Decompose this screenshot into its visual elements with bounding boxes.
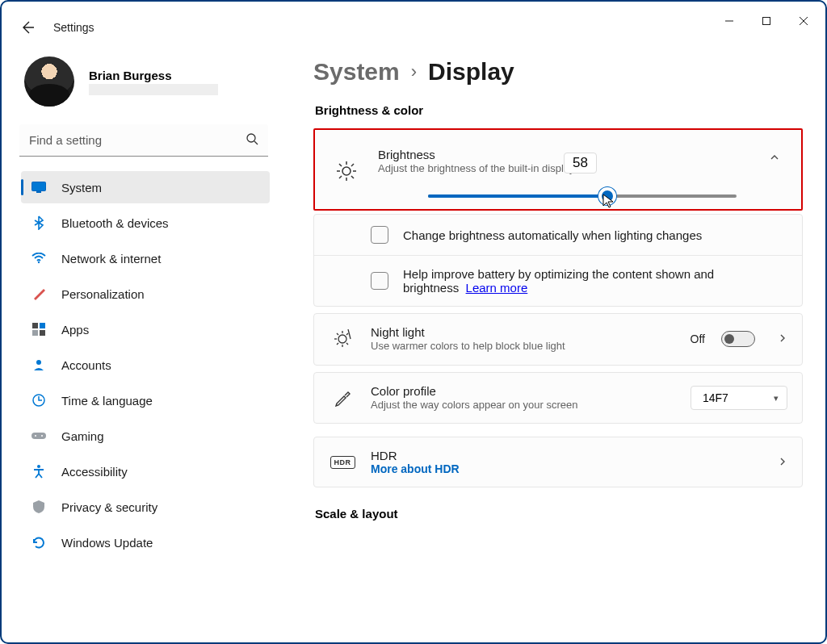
section-title-brightness: Brightness & color bbox=[315, 103, 803, 117]
svg-rect-12 bbox=[40, 330, 45, 336]
sidebar-item-accounts[interactable]: Accounts bbox=[21, 349, 270, 381]
sidebar-item-network[interactable]: Network & internet bbox=[21, 242, 270, 274]
night-light-subtitle: Use warmer colors to help block blue lig… bbox=[371, 339, 597, 353]
sidebar-item-label: Windows Update bbox=[61, 536, 153, 550]
color-profile-subtitle: Adjust the way colors appear on your scr… bbox=[371, 398, 676, 412]
brightness-card: Brightness Adjust the brightness of the … bbox=[313, 128, 803, 211]
app-title: Settings bbox=[53, 21, 94, 34]
sidebar-item-label: Gaming bbox=[61, 429, 104, 443]
accessibility-icon bbox=[31, 463, 47, 479]
svg-line-33 bbox=[337, 333, 338, 335]
night-light-card[interactable]: Night light Use warmer colors to help bl… bbox=[313, 313, 803, 366]
sidebar-item-label: Network & internet bbox=[61, 252, 161, 266]
slider-fill bbox=[428, 194, 607, 198]
chevron-right-icon bbox=[778, 332, 787, 346]
night-light-state: Off bbox=[691, 332, 705, 345]
profile-block[interactable]: Brian Burgess bbox=[16, 50, 275, 121]
main-content: System › Display Brightness & color Brig… bbox=[291, 50, 825, 642]
sidebar-item-time-language[interactable]: Time & language bbox=[21, 384, 270, 416]
user-name: Brian Burgess bbox=[89, 69, 218, 82]
color-profile-title: Color profile bbox=[371, 384, 676, 398]
chevron-right-icon bbox=[778, 455, 787, 470]
color-profile-card: Color profile Adjust the way colors appe… bbox=[313, 372, 803, 424]
close-button[interactable] bbox=[785, 8, 822, 34]
bluetooth-icon bbox=[31, 215, 47, 231]
sidebar-item-label: Apps bbox=[61, 323, 89, 337]
titlebar bbox=[2, 2, 825, 40]
brightness-slider[interactable] bbox=[428, 194, 737, 198]
sidebar-item-label: Time & language bbox=[61, 394, 153, 408]
sidebar-item-apps[interactable]: Apps bbox=[21, 313, 270, 345]
hdr-more-link[interactable]: More about HDR bbox=[371, 462, 763, 475]
apps-icon bbox=[31, 321, 47, 337]
sidebar-item-label: Privacy & security bbox=[61, 500, 157, 514]
sidebar-item-privacy[interactable]: Privacy & security bbox=[21, 491, 270, 523]
shield-icon bbox=[31, 499, 47, 515]
svg-rect-7 bbox=[36, 191, 41, 193]
sidebar-item-bluetooth[interactable]: Bluetooth & devices bbox=[21, 207, 270, 239]
breadcrumb-separator: › bbox=[411, 61, 417, 82]
cursor-icon bbox=[602, 193, 616, 212]
avatar bbox=[24, 56, 74, 107]
sidebar-item-system[interactable]: System bbox=[21, 171, 270, 203]
svg-line-24 bbox=[339, 164, 342, 166]
svg-line-34 bbox=[346, 343, 348, 345]
sidebar-item-label: System bbox=[61, 181, 102, 194]
sidebar-item-label: Accounts bbox=[61, 358, 111, 372]
svg-rect-10 bbox=[40, 323, 45, 328]
auto-brightness-checkbox[interactable] bbox=[371, 226, 388, 244]
minimize-button[interactable] bbox=[711, 8, 748, 34]
sidebar-item-label: Accessibility bbox=[61, 465, 128, 479]
svg-line-26 bbox=[339, 176, 342, 178]
svg-rect-15 bbox=[31, 433, 46, 439]
sun-icon bbox=[333, 161, 360, 182]
brightness-value-tooltip: 58 bbox=[564, 153, 597, 174]
svg-point-8 bbox=[38, 261, 40, 263]
search-input[interactable] bbox=[19, 124, 268, 157]
color-profile-dropdown[interactable]: 14F7 ▾ bbox=[691, 386, 787, 410]
svg-line-35 bbox=[337, 343, 338, 345]
svg-point-13 bbox=[36, 360, 41, 365]
svg-line-5 bbox=[254, 141, 258, 144]
breadcrumb-current: Display bbox=[428, 58, 514, 86]
battery-optimize-label: Help improve battery by optimizing the c… bbox=[403, 267, 787, 295]
paintbrush-icon bbox=[31, 286, 47, 302]
battery-optimize-checkbox[interactable] bbox=[371, 272, 388, 290]
auto-brightness-row: Change brightness automatically when lig… bbox=[313, 214, 803, 307]
sidebar-item-gaming[interactable]: Gaming bbox=[21, 420, 270, 452]
sidebar-item-windows-update[interactable]: Windows Update bbox=[21, 526, 270, 558]
svg-rect-9 bbox=[32, 323, 38, 328]
hdr-card[interactable]: HDR HDR More about HDR bbox=[313, 437, 803, 487]
svg-rect-6 bbox=[32, 182, 46, 191]
gamepad-icon bbox=[31, 428, 47, 444]
night-light-toggle[interactable] bbox=[721, 331, 755, 347]
color-profile-selected: 14F7 bbox=[703, 391, 728, 404]
svg-point-16 bbox=[35, 435, 36, 437]
sidebar-item-label: Personalization bbox=[61, 287, 145, 301]
night-light-title: Night light bbox=[371, 325, 676, 339]
svg-point-17 bbox=[41, 435, 43, 437]
back-button[interactable] bbox=[18, 18, 37, 37]
hdr-icon: HDR bbox=[329, 456, 356, 469]
breadcrumb-parent[interactable]: System bbox=[313, 58, 400, 86]
wifi-icon bbox=[31, 250, 47, 266]
sidebar-item-personalization[interactable]: Personalization bbox=[21, 278, 270, 310]
svg-rect-1 bbox=[763, 18, 770, 25]
svg-line-36 bbox=[346, 333, 348, 335]
maximize-button[interactable] bbox=[748, 8, 785, 34]
user-email-placeholder bbox=[89, 84, 218, 95]
battery-optimize-text: Help improve battery by optimizing the c… bbox=[403, 267, 714, 295]
svg-point-4 bbox=[247, 134, 255, 142]
sidebar-item-accessibility[interactable]: Accessibility bbox=[21, 455, 270, 487]
auto-brightness-label: Change brightness automatically when lig… bbox=[403, 228, 787, 242]
breadcrumb: System › Display bbox=[313, 58, 803, 86]
svg-line-32 bbox=[348, 329, 351, 339]
learn-more-link[interactable]: Learn more bbox=[466, 281, 528, 295]
section-title-scale: Scale & layout bbox=[315, 507, 803, 521]
chevron-down-icon: ▾ bbox=[774, 392, 779, 403]
svg-point-28 bbox=[338, 335, 346, 343]
svg-rect-11 bbox=[32, 330, 38, 336]
chevron-up-icon[interactable] bbox=[769, 148, 780, 163]
clock-globe-icon bbox=[31, 392, 47, 408]
svg-line-25 bbox=[351, 176, 354, 178]
